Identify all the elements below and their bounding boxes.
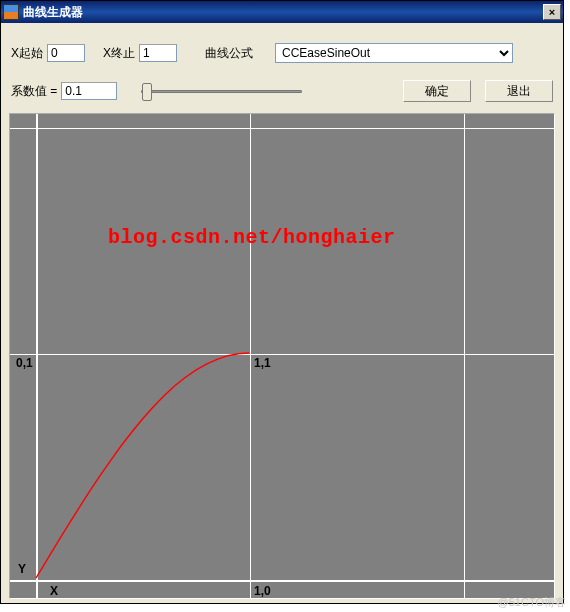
- coef-input[interactable]: [61, 82, 117, 100]
- label-y-axis: Y: [18, 562, 26, 576]
- curve-path: [36, 353, 249, 578]
- curve-svg: [10, 114, 554, 598]
- formula-select[interactable]: CCEaseSineOut: [275, 43, 513, 63]
- label-top-mid: 1,1: [254, 356, 271, 370]
- label-origin: 0,1: [16, 356, 33, 370]
- coef-slider[interactable]: [141, 79, 302, 103]
- window-title: 曲线生成器: [23, 4, 83, 21]
- ok-button[interactable]: 确定: [403, 80, 471, 102]
- x-end-input[interactable]: [139, 44, 177, 62]
- app-window: 曲线生成器 × X起始 X终止 曲线公式 CCEaseSineOut 系数值 =: [0, 0, 564, 604]
- x-start-input[interactable]: [47, 44, 85, 62]
- label-bottom-mid: 1,0: [254, 584, 271, 598]
- coef-label: 系数值 =: [11, 83, 57, 100]
- label-x-axis: X: [50, 584, 58, 598]
- controls-panel: X起始 X终止 曲线公式 CCEaseSineOut 系数值 = 确定 退出: [1, 23, 563, 111]
- overlay-watermark: blog.csdn.net/honghaier: [108, 226, 396, 249]
- corner-watermark: @51CTO博客: [498, 595, 566, 610]
- app-icon: [3, 4, 19, 20]
- close-icon: ×: [549, 6, 555, 18]
- plot-area: 0,1 1,1 1,0 Y X blog.csdn.net/honghaier: [9, 113, 555, 599]
- formula-label: 曲线公式: [205, 45, 253, 62]
- close-button[interactable]: ×: [543, 4, 561, 20]
- x-start-label: X起始: [11, 45, 43, 62]
- coef-slider-wrap: [139, 79, 304, 103]
- titlebar: 曲线生成器 ×: [1, 1, 563, 23]
- exit-button[interactable]: 退出: [485, 80, 553, 102]
- x-end-label: X终止: [103, 45, 135, 62]
